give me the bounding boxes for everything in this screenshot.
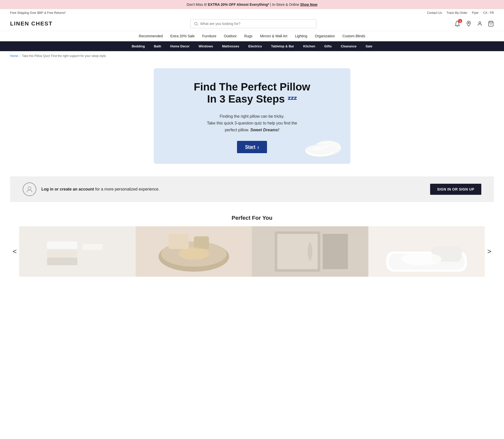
product-card-1[interactable] — [19, 226, 136, 277]
product-image-1 — [19, 226, 136, 277]
perfect-section-title: Perfect For You — [0, 215, 504, 221]
svg-rect-26 — [323, 234, 348, 269]
hero-desc-bold: Sweet Dreams! — [250, 128, 279, 132]
hero-card: Find The Perfect Pillow In 3 Easy Steps … — [154, 68, 350, 164]
nav-bedding[interactable]: Bedding — [127, 41, 149, 51]
promo-text-suffix: | In-Store & Online — [270, 3, 300, 7]
logo[interactable]: LINEN CHEST — [10, 20, 53, 27]
product-image-2 — [136, 226, 252, 277]
product-image-3 — [252, 226, 368, 277]
svg-point-9 — [313, 147, 323, 151]
hero-description: Finding the right pillow can be tricky. … — [169, 113, 335, 134]
signin-user-svg — [26, 185, 33, 193]
nav-top: Recommended Extra 20% Sale Furniture Out… — [0, 31, 504, 41]
hero-section: Find The Perfect Pillow In 3 Easy Steps … — [0, 61, 504, 169]
hero-desc-line3: perfect pillow. — [225, 128, 249, 132]
start-arrow-icon: › — [257, 144, 259, 150]
search-bar — [190, 19, 316, 28]
signin-text: Log in or create an account for a more p… — [41, 187, 425, 192]
nav-organization[interactable]: Organization — [315, 34, 335, 38]
svg-rect-16 — [82, 244, 103, 250]
signin-button[interactable]: SIGN IN OR SIGN UP — [430, 184, 481, 195]
nav-windows[interactable]: Windows — [194, 41, 218, 51]
header-icons: 1 — [454, 20, 494, 27]
promo-banner: Don't Miss It! EXTRA 20% OFF Almost Ever… — [0, 0, 504, 9]
nav-rugs[interactable]: Rugs — [244, 34, 253, 38]
locale-link[interactable]: CA - FR — [483, 11, 494, 15]
breadcrumb-current: Take the Pillow Quiz! Find the right sup… — [22, 54, 107, 58]
nav-bath[interactable]: Bath — [149, 41, 166, 51]
hero-title-line1: Find The Perfect Pillow — [169, 81, 335, 93]
nav-extra-sale[interactable]: Extra 20% Sale — [170, 34, 195, 38]
svg-rect-15 — [47, 258, 77, 265]
hero-title-line2: In 3 Easy Steps ᶻᶻᶻ — [169, 93, 335, 105]
nav-electrics[interactable]: Electrics — [244, 41, 266, 51]
zzz-decoration: ᶻᶻᶻ — [288, 95, 297, 104]
svg-rect-21 — [169, 234, 189, 249]
nav-mirrors[interactable]: Mirrors & Wall Art — [260, 34, 287, 38]
nav-lighting[interactable]: Lighting — [295, 34, 307, 38]
nav-tabletop-bar[interactable]: Tabletop & Bar — [266, 41, 299, 51]
nav-sale[interactable]: Sale — [361, 41, 377, 51]
svg-rect-22 — [194, 236, 209, 249]
location-icon-wrap[interactable] — [466, 21, 472, 27]
contact-us-link[interactable]: Contact Us — [427, 11, 442, 15]
flyer-link[interactable]: Flyer — [472, 11, 479, 15]
notification-icon-wrap[interactable]: 1 — [454, 20, 461, 27]
svg-point-11 — [28, 187, 31, 190]
nav-gifts[interactable]: Gifts — [320, 41, 336, 51]
nav-bottom: Bedding Bath Home Decor Windows Mattress… — [0, 41, 504, 51]
svg-point-3 — [479, 22, 481, 24]
breadcrumb-home[interactable]: Home — [10, 54, 18, 58]
user-icon-wrap[interactable] — [477, 21, 483, 27]
svg-point-2 — [468, 22, 469, 24]
promo-shop-now-link[interactable]: Shop Now — [300, 3, 317, 7]
signin-text-plain: for a more personalized experience. — [95, 187, 159, 191]
notification-badge: 1 — [458, 19, 462, 23]
start-button[interactable]: Start › — [237, 141, 267, 154]
track-order-link[interactable]: Track My Order — [447, 11, 467, 15]
product-card-4[interactable] — [368, 226, 485, 277]
signin-section: Log in or create an account for a more p… — [10, 176, 494, 202]
svg-point-10 — [321, 145, 329, 148]
nav-home-decor[interactable]: Home Decor — [166, 41, 194, 51]
nav-outdoor[interactable]: Outdoor — [224, 34, 237, 38]
search-icon — [194, 21, 198, 26]
nav-custom-blinds[interactable]: Custom Blinds — [342, 34, 365, 38]
nav-furniture[interactable]: Furniture — [202, 34, 216, 38]
cart-icon-wrap[interactable] — [488, 21, 494, 27]
nav-kitchen[interactable]: Kitchen — [299, 41, 320, 51]
promo-text-prefix: Don't Miss It! — [187, 3, 208, 7]
promo-text-bold: EXTRA 20% OFF Almost Everything* — [208, 3, 269, 7]
nav-clearance[interactable]: Clearance — [336, 41, 361, 51]
hero-desc-line1: Finding the right pillow can be tricky. — [220, 114, 284, 118]
products-row — [19, 226, 485, 277]
carousel-prev-button[interactable]: < — [10, 245, 19, 258]
search-input[interactable] — [200, 22, 313, 26]
nav-recommended[interactable]: Recommended — [139, 34, 163, 38]
product-image-4 — [368, 226, 485, 277]
svg-point-23 — [179, 247, 209, 260]
product-carousel: < — [0, 226, 504, 277]
pillow-illustration — [303, 133, 343, 159]
utility-bar: Free Shipping Over $99* & Free Returns* … — [0, 9, 504, 17]
signin-user-icon — [23, 182, 36, 196]
cart-icon — [488, 21, 494, 27]
hero-title: Find The Perfect Pillow In 3 Easy Steps … — [169, 81, 335, 105]
perfect-section: Perfect For You < — [0, 210, 504, 277]
user-icon — [477, 21, 483, 27]
svg-line-1 — [197, 24, 198, 25]
product-card-2[interactable] — [136, 226, 252, 277]
utility-links: Contact Us Track My Order Flyer CA - FR — [427, 11, 494, 15]
carousel-next-button[interactable]: > — [485, 245, 494, 258]
breadcrumb-separator: / — [20, 54, 20, 58]
header: LINEN CHEST 1 — [0, 17, 504, 31]
nav-mattresses[interactable]: Mattresses — [218, 41, 244, 51]
location-icon — [466, 21, 472, 27]
product-card-3[interactable] — [252, 226, 368, 277]
signin-text-bold: Log in or create an account — [41, 187, 94, 191]
svg-rect-13 — [47, 241, 77, 249]
svg-rect-17 — [82, 251, 103, 257]
svg-rect-14 — [47, 249, 77, 257]
breadcrumb: Home / Take the Pillow Quiz! Find the ri… — [0, 51, 504, 61]
